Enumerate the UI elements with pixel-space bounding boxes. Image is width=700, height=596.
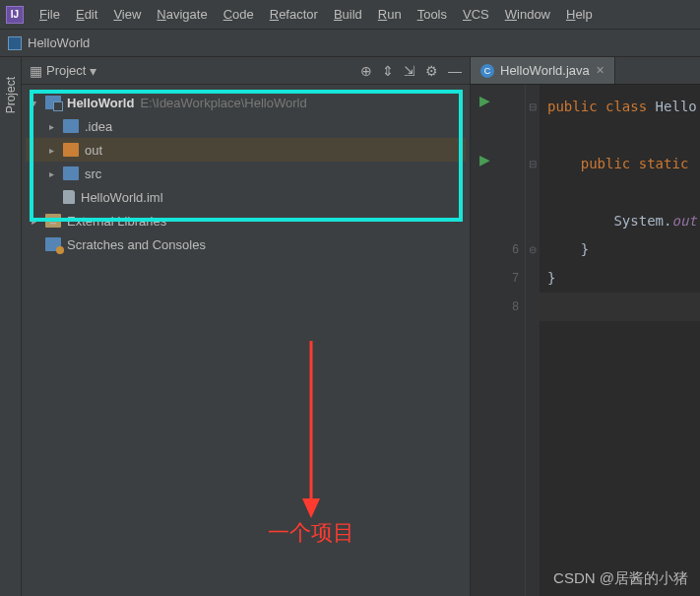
menu-view[interactable]: View <box>105 3 149 26</box>
menu-run[interactable]: Run <box>370 3 410 26</box>
menu-build[interactable]: Build <box>326 3 370 26</box>
menu-edit[interactable]: Edit <box>68 3 105 26</box>
chevron-right-icon[interactable]: ▸ <box>49 145 63 156</box>
folder-icon <box>63 119 79 133</box>
chevron-down-icon[interactable]: ▾ <box>90 63 96 79</box>
line-number-gutter: 678 <box>498 85 526 596</box>
annotation-arrow: 一个项目 <box>268 341 354 548</box>
code-line[interactable] <box>540 293 700 321</box>
chevron-right-icon[interactable]: ▸ <box>32 216 45 227</box>
project-tool-window: ▦ Project ▾ ⊕ ⇕ ⇲ ⚙ — ▾ HelloWorld E:\Id… <box>22 57 471 596</box>
tree-label: .idea <box>85 119 112 134</box>
hide-icon[interactable]: — <box>448 63 462 79</box>
run-gutter: ▶ ▶ <box>471 85 498 596</box>
menu-navigate[interactable]: Navigate <box>149 3 215 26</box>
close-icon[interactable]: ✕ <box>596 64 605 77</box>
menu-help[interactable]: Help <box>558 3 601 26</box>
code-line[interactable]: } <box>547 264 700 293</box>
tree-label: out <box>85 143 102 158</box>
editor-tab-label: HelloWorld.java <box>500 63 590 78</box>
java-file-icon: C <box>480 64 494 78</box>
tree-item-src[interactable]: ▸src <box>26 162 466 185</box>
tree-label: External Libraries <box>67 214 166 229</box>
tree-label: HelloWorld.iml <box>81 190 163 205</box>
tree-external-libraries[interactable]: ▸ ≡ External Libraries <box>26 209 466 232</box>
tree-root-name: HelloWorld <box>67 96 134 110</box>
tree-scratches[interactable]: Scratches and Consoles <box>26 232 466 256</box>
editor-tab-bar: C HelloWorld.java ✕ <box>471 57 700 85</box>
iml-file-icon <box>63 190 75 204</box>
line-number: 8 <box>512 293 519 321</box>
menu-bar: IJ FileEditViewNavigateCodeRefactorBuild… <box>0 0 700 30</box>
editor-tab[interactable]: C HelloWorld.java ✕ <box>471 57 615 84</box>
code-line[interactable]: } <box>547 235 700 264</box>
line-number: 7 <box>512 264 519 293</box>
menu-refactor[interactable]: Refactor <box>262 3 326 26</box>
tree-label: src <box>85 166 101 181</box>
code-line[interactable]: public static <box>547 150 700 178</box>
code-line[interactable] <box>547 178 700 207</box>
tree-item-HelloWorld-iml[interactable]: HelloWorld.iml <box>26 185 466 209</box>
chevron-right-icon[interactable]: ▸ <box>49 168 63 179</box>
scratch-icon <box>45 237 61 251</box>
code-line[interactable] <box>547 121 700 150</box>
tree-item-out[interactable]: ▸out <box>26 138 466 162</box>
editor-body[interactable]: ▶ ▶ 678 ⊟⊟⊖ public class Hello public st… <box>471 85 700 596</box>
module-icon <box>8 36 22 50</box>
watermark: CSDN @居酱的小猪 <box>553 569 688 588</box>
project-panel-title[interactable]: Project <box>46 63 86 78</box>
run-icon[interactable]: ▶ <box>479 93 490 108</box>
fold-icon[interactable]: ⊟ <box>529 93 537 121</box>
folder-icon <box>63 166 79 180</box>
library-icon: ≡ <box>45 214 61 228</box>
fold-icon[interactable]: ⊖ <box>529 235 537 264</box>
project-tree: ▾ HelloWorld E:\IdeaWorkplace\HelloWorld… <box>22 85 470 262</box>
line-number: 6 <box>512 235 519 264</box>
tree-root[interactable]: ▾ HelloWorld E:\IdeaWorkplace\HelloWorld <box>26 91 466 114</box>
project-dropdown-icon[interactable]: ▦ <box>30 63 42 79</box>
side-tab-project[interactable]: Project <box>0 57 22 596</box>
folder-icon <box>63 143 79 157</box>
editor: C HelloWorld.java ✕ ▶ ▶ 678 ⊟⊟⊖ public c… <box>471 57 700 596</box>
expand-icon[interactable]: ⇕ <box>382 63 394 79</box>
code-area[interactable]: public class Hello public static System.… <box>540 85 700 596</box>
menu-vcs[interactable]: VCS <box>455 3 497 26</box>
menu-tools[interactable]: Tools <box>410 3 455 26</box>
tree-label: Scratches and Consoles <box>67 237 206 252</box>
menu-file[interactable]: File <box>32 3 68 26</box>
breadcrumb: HelloWorld <box>0 30 700 57</box>
code-line[interactable]: public class Hello <box>547 93 700 121</box>
project-panel-header: ▦ Project ▾ ⊕ ⇕ ⇲ ⚙ — <box>22 57 470 85</box>
run-icon[interactable]: ▶ <box>479 152 490 167</box>
module-icon <box>45 96 61 109</box>
locate-icon[interactable]: ⊕ <box>360 63 372 79</box>
chevron-right-icon[interactable]: ▸ <box>49 121 63 132</box>
collapse-icon[interactable]: ⇲ <box>404 63 415 79</box>
annotation-text: 一个项目 <box>268 518 354 548</box>
menu-window[interactable]: Window <box>497 3 558 26</box>
tree-root-path: E:\IdeaWorkplace\HelloWorld <box>140 96 306 110</box>
fold-gutter: ⊟⊟⊖ <box>526 85 540 596</box>
menu-code[interactable]: Code <box>216 3 262 26</box>
gear-icon[interactable]: ⚙ <box>425 63 438 79</box>
side-tab-label: Project <box>4 77 18 113</box>
tree-item--idea[interactable]: ▸.idea <box>26 114 466 138</box>
code-line[interactable]: System.out <box>547 207 700 235</box>
svg-marker-1 <box>302 498 320 518</box>
fold-icon[interactable]: ⊟ <box>529 150 537 178</box>
app-icon: IJ <box>6 6 24 24</box>
breadcrumb-project[interactable]: HelloWorld <box>28 35 90 50</box>
chevron-down-icon[interactable]: ▾ <box>32 98 45 108</box>
